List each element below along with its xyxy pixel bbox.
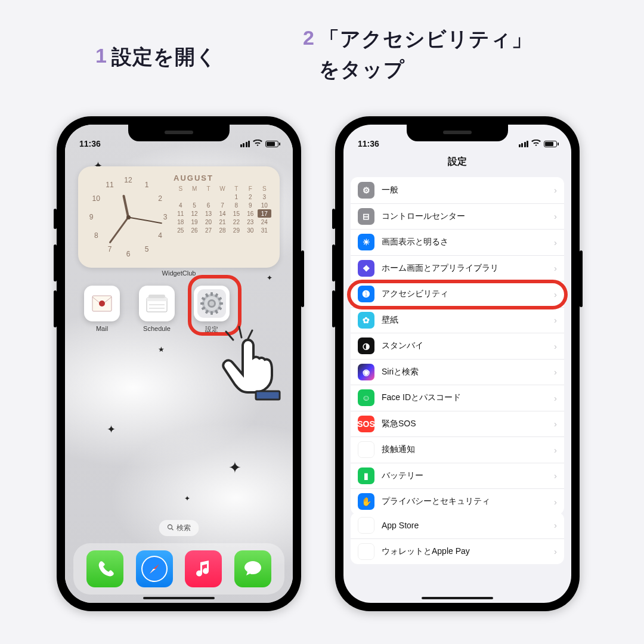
home-icon: ❖	[358, 260, 374, 277]
row-label: アクセシビリティ	[382, 289, 547, 299]
tap-hand-icon	[214, 324, 292, 410]
dock	[73, 543, 284, 595]
privacy-icon: ✋	[358, 493, 374, 510]
svg-rect-4	[148, 295, 165, 298]
general-icon: ⚙	[358, 182, 374, 199]
svg-rect-15	[210, 311, 213, 315]
settings-row-general[interactable]: ⚙ 一般 ›	[351, 177, 564, 203]
settings-row-exposure[interactable]: ✺ 接触通知 ›	[351, 436, 564, 463]
dock-music-icon[interactable]	[185, 550, 222, 587]
row-label: 一般	[382, 185, 547, 196]
settings-row-access[interactable]: ➊ アクセシビリティ ›	[351, 281, 564, 307]
svg-point-23	[209, 301, 214, 306]
dock-safari-icon[interactable]	[136, 550, 173, 587]
settings-row-standby[interactable]: ◑ スタンバイ ›	[351, 333, 564, 359]
calendar-month: AUGUST	[174, 174, 271, 182]
faceid-icon: ☺	[358, 389, 374, 406]
svg-line-26	[247, 330, 252, 340]
svg-rect-18	[200, 302, 204, 305]
chevron-right-icon: ›	[554, 211, 557, 221]
chevron-right-icon: ›	[554, 419, 557, 429]
phone-settings-screen: 11:36 設定 ⚙ 一般 ›⊟ コントロールセンター ›☀ 画面表示と明るさ	[335, 116, 580, 611]
sos-icon: SOS	[358, 416, 374, 432]
chevron-right-icon: ›	[554, 470, 557, 481]
svg-line-29	[172, 528, 174, 530]
wallet-icon: ▭	[358, 543, 374, 560]
settings-row-cc[interactable]: ⊟ コントロールセンター ›	[351, 203, 564, 230]
phone-home-screen: ✦ ✦ ★ ✦ ✦ ✦ 11:36 121234567891011 AUGUST…	[57, 116, 301, 611]
chevron-right-icon: ›	[554, 185, 557, 195]
mail-icon	[84, 286, 120, 321]
home-search[interactable]: 検索	[159, 520, 199, 536]
chevron-right-icon: ›	[554, 546, 557, 556]
app-label: Schedule	[138, 325, 176, 332]
widget-label: WidgetClub	[65, 270, 293, 277]
search-label: 検索	[177, 523, 191, 533]
schedule-icon	[139, 286, 175, 321]
svg-rect-12	[219, 302, 223, 305]
app-mail[interactable]: Mail	[83, 286, 121, 334]
row-label: ウォレットとApple Pay	[382, 546, 547, 557]
battery-icon	[544, 141, 557, 147]
settings-row-sos[interactable]: SOS 緊急SOS ›	[351, 411, 564, 437]
battery-icon	[265, 141, 278, 147]
siri-icon: ◉	[358, 364, 374, 380]
chevron-right-icon: ›	[554, 289, 557, 299]
row-label: プライバシーとセキュリティ	[382, 496, 547, 507]
row-label: スタンバイ	[382, 340, 547, 351]
appstore-icon: A	[358, 517, 374, 534]
settings-row-wallet[interactable]: ▭ ウォレットとApple Pay ›	[351, 538, 564, 565]
row-label: 接触通知	[382, 444, 547, 455]
dock-phone-icon[interactable]	[86, 550, 123, 587]
battery-icon: ▮	[358, 467, 374, 484]
settings-row-faceid[interactable]: ☺ Face IDとパスコード ›	[351, 385, 564, 411]
svg-line-25	[239, 327, 242, 338]
svg-rect-27	[256, 391, 280, 400]
svg-line-24	[226, 332, 233, 340]
status-time: 11:36	[79, 139, 101, 148]
row-label: バッテリー	[382, 470, 547, 481]
svg-point-28	[168, 525, 172, 529]
settings-row-appstore[interactable]: A App Store ›	[351, 512, 564, 538]
cc-icon: ⊟	[358, 208, 374, 225]
settings-title: 設定	[343, 156, 571, 168]
chevron-right-icon: ›	[554, 263, 557, 273]
signal-icon	[519, 141, 529, 147]
wallpaper-icon: ✿	[358, 312, 374, 329]
settings-row-display[interactable]: ☀ 画面表示と明るさ ›	[351, 229, 564, 255]
wifi-icon	[531, 139, 541, 148]
step2-text: 「アクセシビリティ」 をタップ	[319, 24, 532, 85]
row-label: ホーム画面とアプリライブラリ	[382, 263, 547, 274]
settings-row-privacy[interactable]: ✋ プライバシーとセキュリティ ›	[351, 488, 564, 515]
step2-number: 2	[303, 24, 314, 52]
widgetclub-widget[interactable]: 121234567891011 AUGUST SMTWTFS1234567891…	[78, 166, 280, 268]
settings-icon	[194, 286, 230, 321]
chevron-right-icon: ›	[554, 367, 557, 377]
chevron-right-icon: ›	[554, 341, 557, 351]
settings-row-home[interactable]: ❖ ホーム画面とアプリライブラリ ›	[351, 255, 564, 281]
settings-row-siri[interactable]: ◉ Siriと検索 ›	[351, 359, 564, 385]
standby-icon: ◑	[358, 338, 374, 354]
chevron-right-icon: ›	[554, 237, 557, 247]
app-schedule[interactable]: Schedule	[138, 286, 176, 334]
step1-text: 設定を開く	[112, 42, 217, 72]
row-label: App Store	[382, 521, 547, 530]
row-label: 緊急SOS	[382, 419, 547, 429]
settings-row-battery[interactable]: ▮ バッテリー ›	[351, 463, 564, 489]
settings-row-wallpaper[interactable]: ✿ 壁紙 ›	[351, 307, 564, 333]
chevron-right-icon: ›	[554, 497, 557, 507]
row-label: Face IDとパスコード	[382, 392, 547, 403]
step1-number: 1	[95, 42, 107, 70]
row-label: 壁紙	[382, 315, 547, 326]
chevron-right-icon: ›	[554, 315, 557, 325]
chevron-right-icon: ›	[554, 445, 557, 455]
access-icon: ➊	[358, 286, 374, 302]
status-time: 11:36	[358, 139, 379, 148]
chevron-right-icon: ›	[554, 520, 557, 530]
app-label: Mail	[83, 325, 121, 332]
signal-icon	[240, 141, 250, 147]
analog-clock: 121234567891011	[86, 175, 170, 259]
svg-point-1	[99, 301, 105, 306]
settings-list: ⚙ 一般 ›⊟ コントロールセンター ›☀ 画面表示と明るさ ›❖ ホーム画面と…	[351, 177, 564, 515]
dock-messages-icon[interactable]	[234, 550, 271, 587]
